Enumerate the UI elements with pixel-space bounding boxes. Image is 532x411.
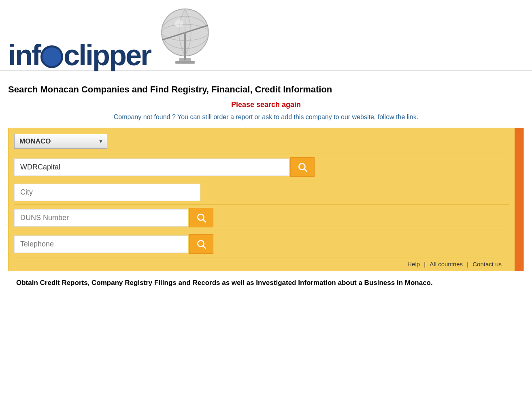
header: inf clipper xyxy=(0,0,532,70)
site-logo: inf clipper xyxy=(8,41,151,70)
country-select-wrapper[interactable]: MONACO xyxy=(14,134,107,149)
logo-container: inf clipper xyxy=(8,41,151,70)
help-link[interactable]: Help xyxy=(407,261,420,268)
country-row: MONACO xyxy=(14,134,509,149)
duns-number-input[interactable] xyxy=(14,209,188,227)
search-icon xyxy=(196,239,206,249)
company-name-input[interactable] xyxy=(14,158,289,176)
telephone-input[interactable] xyxy=(14,235,188,253)
telephone-search-button[interactable] xyxy=(189,234,213,254)
telephone-row xyxy=(14,231,509,257)
city-input[interactable] xyxy=(14,184,200,201)
country-select[interactable]: MONACO xyxy=(14,134,107,149)
svg-line-10 xyxy=(304,169,307,171)
all-countries-link[interactable]: All countries xyxy=(430,261,463,268)
main-content: Search Monacan Companies and Find Regist… xyxy=(0,76,532,295)
panel-footer-links: Help | All countries | Contact us xyxy=(14,257,509,271)
separator-1: | xyxy=(424,261,426,268)
logo-globe-o xyxy=(40,45,63,68)
bottom-description: Obtain Credit Reports, Company Registry … xyxy=(8,271,524,295)
duns-search-button[interactable] xyxy=(189,208,213,227)
globe-icon xyxy=(159,3,211,68)
city-row xyxy=(14,180,509,204)
logo-part2: clipper xyxy=(64,41,151,70)
svg-line-14 xyxy=(203,246,206,248)
orange-accent-bar xyxy=(515,128,523,271)
separator-2: | xyxy=(467,261,468,268)
contact-link[interactable]: Contact us xyxy=(472,261,502,268)
search-panel: MONACO xyxy=(8,128,524,271)
page-title: Search Monacan Companies and Find Regist… xyxy=(8,84,524,95)
globe-decoration xyxy=(159,3,211,70)
svg-point-6 xyxy=(175,19,183,28)
company-not-found-message: Company not found ? You can still order … xyxy=(8,112,524,122)
duns-row xyxy=(14,204,509,231)
company-name-row xyxy=(14,154,509,180)
logo-part1: inf xyxy=(8,41,40,70)
svg-rect-1 xyxy=(175,61,195,64)
search-icon xyxy=(297,162,308,172)
company-search-button[interactable] xyxy=(290,157,315,177)
search-panel-inner: MONACO xyxy=(8,128,524,271)
svg-line-12 xyxy=(203,220,206,222)
search-icon xyxy=(196,212,206,223)
please-search-message: Please search again xyxy=(8,101,524,109)
